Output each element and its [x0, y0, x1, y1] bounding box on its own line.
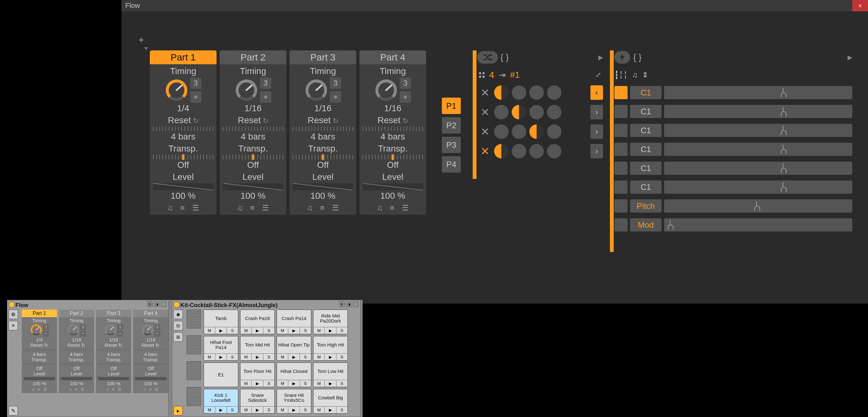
- pad-solo[interactable]: S: [227, 407, 238, 413]
- pad-mute[interactable]: M: [204, 354, 215, 360]
- pad-play[interactable]: ▶: [325, 380, 336, 387]
- reset-button[interactable]: Reset↻: [289, 115, 356, 125]
- note-enable[interactable]: [614, 143, 627, 156]
- note-label[interactable]: C1: [630, 105, 661, 118]
- step-count[interactable]: 4: [489, 69, 494, 80]
- drum-pad[interactable]: Snare Sidestick M▶S: [240, 389, 275, 414]
- mini-reset[interactable]: Reset ↻: [59, 342, 94, 348]
- list-icon[interactable]: ☰: [192, 204, 199, 212]
- reset-button[interactable]: Reset↻: [150, 115, 217, 125]
- music-note-icon[interactable]: ♫: [143, 387, 146, 392]
- window-close-button[interactable]: ×: [852, 0, 868, 11]
- drum-pad[interactable]: Hihat Foot Pa14 M▶S: [204, 336, 238, 361]
- pad-play[interactable]: ▶: [252, 380, 263, 387]
- mini-level-slider[interactable]: [24, 377, 55, 380]
- mini-transp-slider[interactable]: [61, 363, 92, 365]
- mini-knob[interactable]: [142, 324, 154, 337]
- pad-play[interactable]: ▶: [215, 327, 226, 334]
- pad-play[interactable]: ▶: [252, 407, 263, 413]
- list-icon[interactable]: ☰: [402, 204, 409, 212]
- device-enable-button[interactable]: [174, 301, 180, 308]
- note-enable[interactable]: [614, 161, 627, 175]
- timing-knob[interactable]: [305, 79, 328, 102]
- reset-button[interactable]: Reset↻: [220, 115, 286, 125]
- timing-dot[interactable]: [190, 91, 202, 103]
- mini-bars-slider[interactable]: [135, 349, 166, 351]
- device-btn-2[interactable]: ◑: [346, 301, 351, 307]
- menu-icon[interactable]: ≡: [75, 387, 78, 392]
- braces-icon[interactable]: { }: [500, 52, 508, 62]
- device-show-button[interactable]: ▸: [174, 406, 183, 415]
- note-enable[interactable]: [614, 180, 627, 194]
- pad-mute[interactable]: M: [277, 380, 288, 387]
- mini-dot[interactable]: •: [43, 331, 49, 337]
- note-label[interactable]: Mod: [630, 218, 661, 232]
- drum-pad[interactable]: Hihat Open Tip M▶S: [277, 336, 311, 361]
- drum-pad[interactable]: Crash Pa18 M▶S: [240, 309, 275, 334]
- pad-solo[interactable]: S: [336, 380, 347, 387]
- preset-tab[interactable]: P1: [442, 98, 461, 114]
- pad-mute[interactable]: M: [313, 380, 325, 387]
- music-note-icon[interactable]: ♫: [31, 387, 35, 392]
- mini-part-tab[interactable]: Part 4: [133, 309, 168, 317]
- pad-play[interactable]: ▶: [288, 407, 300, 413]
- note-label[interactable]: C1: [630, 180, 661, 194]
- menu-icon[interactable]: ≡: [390, 204, 394, 212]
- seq-step[interactable]: [529, 105, 544, 119]
- note-slider[interactable]: [664, 199, 852, 213]
- pad-play[interactable]: ▶: [288, 380, 300, 387]
- mini-transp-slider[interactable]: [135, 363, 166, 365]
- note-label[interactable]: C1: [630, 143, 661, 156]
- mini-part-tab[interactable]: Part 2: [59, 309, 94, 317]
- part-tab[interactable]: Part 4: [360, 50, 426, 64]
- seq-nav[interactable]: ‹: [590, 85, 603, 100]
- play-icon[interactable]: ▶: [847, 54, 852, 61]
- pad-solo[interactable]: S: [300, 380, 311, 387]
- seq-mute[interactable]: ✕: [479, 86, 491, 99]
- drum-pad[interactable]: Tamb M▶S: [204, 309, 238, 334]
- seq-mute[interactable]: ✕: [479, 125, 491, 138]
- mini-num[interactable]: 3: [155, 324, 160, 330]
- play-icon[interactable]: ▶: [598, 54, 603, 61]
- mini-knob[interactable]: [30, 324, 42, 337]
- pad-solo[interactable]: S: [336, 407, 347, 413]
- pad-play[interactable]: ▶: [215, 354, 226, 360]
- music-note-icon[interactable]: ♫: [377, 204, 382, 212]
- mini-level-slider[interactable]: [98, 377, 129, 380]
- pad-overview[interactable]: [187, 309, 201, 328]
- note-slider[interactable]: [664, 161, 852, 175]
- pad-mute[interactable]: M: [241, 380, 252, 387]
- pad-solo[interactable]: S: [300, 354, 311, 360]
- pad-solo[interactable]: S: [227, 327, 238, 334]
- seq-step[interactable]: [547, 124, 561, 139]
- pad-solo[interactable]: S: [300, 407, 311, 413]
- music-note-icon[interactable]: ♫: [167, 204, 173, 212]
- seq-step[interactable]: [512, 105, 526, 119]
- pad-overview[interactable]: [187, 387, 201, 406]
- seq-mute[interactable]: ✕: [479, 106, 491, 118]
- device-btn-3[interactable]: ⬚: [161, 301, 166, 307]
- seq-step[interactable]: [547, 144, 561, 158]
- part-tab[interactable]: Part 2: [220, 50, 286, 64]
- seq-nav[interactable]: ›: [590, 105, 603, 119]
- note-label[interactable]: C1: [630, 161, 661, 175]
- pad-mute[interactable]: M: [241, 327, 252, 334]
- seq-step[interactable]: [547, 105, 561, 119]
- pad-solo[interactable]: S: [227, 354, 238, 360]
- seq-nav[interactable]: ›: [590, 124, 603, 139]
- pad-play[interactable]: ▶: [252, 354, 263, 360]
- drum-pad[interactable]: Hihat Closed M▶S: [277, 362, 311, 387]
- mini-transp-slider[interactable]: [24, 363, 55, 365]
- note-enable[interactable]: [614, 105, 627, 118]
- pad-solo[interactable]: S: [336, 327, 347, 334]
- note-enable[interactable]: [614, 86, 627, 99]
- mini-dot[interactable]: •: [117, 331, 123, 337]
- pad-solo[interactable]: S: [264, 327, 274, 334]
- mini-knob[interactable]: [67, 324, 79, 337]
- mini-reset[interactable]: Reset ↻: [133, 342, 168, 348]
- mini-reset[interactable]: Reset ↻: [22, 342, 57, 348]
- note-enable[interactable]: [614, 124, 627, 137]
- seq-step[interactable]: [529, 144, 544, 158]
- seq-nav[interactable]: ›: [590, 144, 603, 158]
- seq-mute[interactable]: ✕: [479, 145, 491, 157]
